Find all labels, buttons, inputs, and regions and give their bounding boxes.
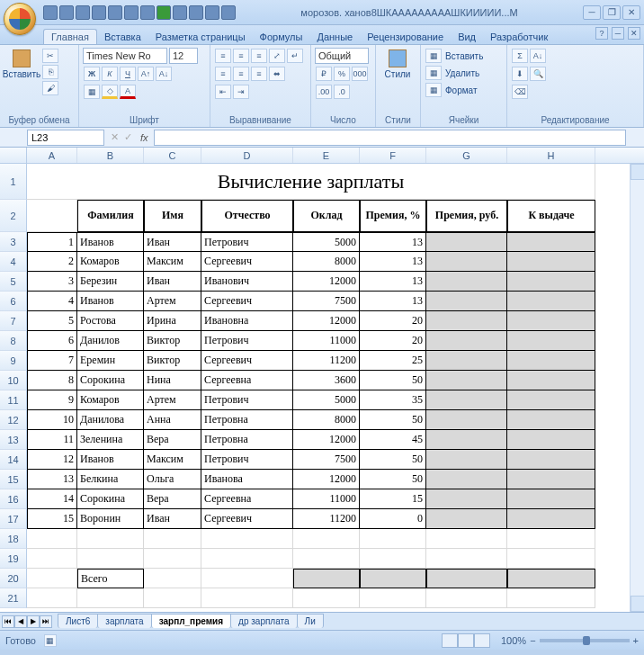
cell[interactable]	[507, 529, 595, 549]
cell[interactable]	[426, 410, 507, 430]
cell[interactable]: 12	[27, 450, 77, 470]
cell[interactable]	[144, 549, 201, 569]
col-header-d[interactable]: D	[201, 148, 293, 163]
cell[interactable]	[507, 410, 595, 430]
qat-undo-icon[interactable]	[59, 5, 74, 20]
cell[interactable]: Имя	[144, 200, 201, 232]
vertical-scrollbar[interactable]	[630, 164, 644, 612]
cells-delete-button[interactable]: Удалить	[445, 68, 479, 78]
sheet-tab-1[interactable]: зарплата	[97, 614, 151, 628]
cell[interactable]: Вера	[144, 489, 201, 509]
cell[interactable]: 13	[360, 252, 426, 272]
worksheet-grid[interactable]: A B C D E F G H 1Вычисление зарплаты2Фам…	[0, 148, 644, 612]
col-header-a[interactable]: A	[27, 148, 77, 163]
cell[interactable]: 3	[27, 272, 77, 292]
row-header-9[interactable]: 9	[0, 351, 27, 371]
font-color-button[interactable]: A	[120, 85, 136, 99]
cell[interactable]	[77, 588, 144, 608]
row-header-16[interactable]: 16	[0, 489, 27, 509]
macro-record-icon[interactable]: ▦	[44, 634, 57, 647]
copy-button[interactable]: ⎘	[42, 65, 58, 79]
row-header-12[interactable]: 12	[0, 410, 27, 430]
cell[interactable]: 4	[27, 292, 77, 311]
cell[interactable]: Отчество	[201, 200, 293, 232]
help-button[interactable]: ?	[595, 27, 608, 40]
cell[interactable]	[507, 390, 595, 410]
sort-filter-button[interactable]: A↓	[530, 49, 546, 63]
view-normal-button[interactable]	[442, 633, 458, 648]
cell[interactable]	[507, 252, 595, 272]
paste-button[interactable]: Вставить	[4, 48, 40, 81]
row-header-19[interactable]: 19	[0, 549, 27, 569]
cell[interactable]: Сорокина	[77, 489, 144, 509]
zoom-slider[interactable]	[540, 639, 630, 642]
accounting-button[interactable]: ₽	[316, 67, 332, 81]
row-header-7[interactable]: 7	[0, 311, 27, 331]
tab-page-layout[interactable]: Разметка страницы	[148, 30, 253, 44]
cell[interactable]	[426, 509, 507, 529]
cells-insert-button[interactable]: Вставить	[445, 51, 483, 61]
sheet-nav-last[interactable]: ⏭	[40, 615, 52, 628]
font-size-combo[interactable]: 12	[169, 48, 198, 64]
enter-icon[interactable]: ✓	[124, 131, 132, 143]
cell[interactable]: 5000	[293, 390, 360, 410]
row-header-5[interactable]: 5	[0, 272, 27, 292]
qat-more-icon[interactable]	[221, 5, 236, 20]
cell[interactable]: Сергеевич	[201, 292, 293, 311]
cell[interactable]: 25	[360, 351, 426, 371]
cell[interactable]: 14	[27, 489, 77, 509]
tab-developer[interactable]: Разработчик	[483, 30, 555, 44]
qat-sort-icon[interactable]	[189, 5, 203, 20]
align-left-button[interactable]: ≡	[215, 67, 231, 81]
cell[interactable]	[507, 450, 595, 470]
cell[interactable]	[426, 489, 507, 509]
cell[interactable]: Иван	[144, 272, 201, 292]
cell[interactable]	[293, 549, 360, 569]
cell[interactable]: 8000	[293, 410, 360, 430]
number-format-combo[interactable]: Общий	[315, 48, 369, 64]
cells-delete-icon[interactable]: ▦	[425, 66, 442, 80]
close-button[interactable]: ✕	[622, 5, 640, 20]
cells-insert-icon[interactable]: ▦	[425, 49, 442, 63]
merge-button[interactable]: ⬌	[269, 67, 285, 81]
cell[interactable]: Петрович	[201, 450, 293, 470]
col-header-g[interactable]: G	[426, 148, 507, 163]
cell[interactable]	[426, 569, 507, 588]
cell[interactable]: Ирина	[144, 311, 201, 331]
cell[interactable]	[507, 351, 595, 371]
cell[interactable]	[201, 588, 293, 608]
cell[interactable]	[426, 588, 507, 608]
styles-button[interactable]: Стили	[380, 48, 416, 81]
cell[interactable]	[27, 549, 77, 569]
cell[interactable]	[360, 529, 426, 549]
cells-format-button[interactable]: Формат	[445, 85, 478, 95]
tab-insert[interactable]: Вставка	[97, 30, 148, 44]
cell[interactable]: 45	[360, 430, 426, 450]
qat-email-icon[interactable]	[173, 5, 187, 20]
cell[interactable]: Березин	[77, 272, 144, 292]
cell[interactable]: Белкина	[77, 470, 144, 489]
cell[interactable]	[201, 529, 293, 549]
cell[interactable]	[426, 232, 507, 252]
row-header-20[interactable]: 20	[0, 569, 27, 588]
cell[interactable]	[27, 588, 77, 608]
cell[interactable]	[27, 529, 77, 549]
cell[interactable]: Оклад	[293, 200, 360, 232]
qat-new-icon[interactable]	[140, 5, 155, 20]
cell[interactable]: Вера	[144, 430, 201, 450]
cell[interactable]: 11200	[293, 509, 360, 529]
sheet-nav-first[interactable]: ⏮	[2, 615, 14, 628]
cell[interactable]	[77, 529, 144, 549]
cell[interactable]: 8	[27, 371, 77, 390]
cell[interactable]: 35	[360, 390, 426, 410]
decrease-indent-button[interactable]: ⇤	[215, 85, 231, 99]
cell[interactable]	[507, 509, 595, 529]
cell[interactable]: Ивановна	[201, 311, 293, 331]
cell[interactable]: Воронин	[77, 509, 144, 529]
orientation-button[interactable]: ⤢	[269, 49, 285, 63]
cell[interactable]: Комаров	[77, 252, 144, 272]
autosum-button[interactable]: Σ	[512, 49, 528, 63]
cell[interactable]: Петрович	[201, 331, 293, 351]
bold-button[interactable]: Ж	[84, 67, 100, 81]
col-header-h[interactable]: H	[507, 148, 595, 163]
